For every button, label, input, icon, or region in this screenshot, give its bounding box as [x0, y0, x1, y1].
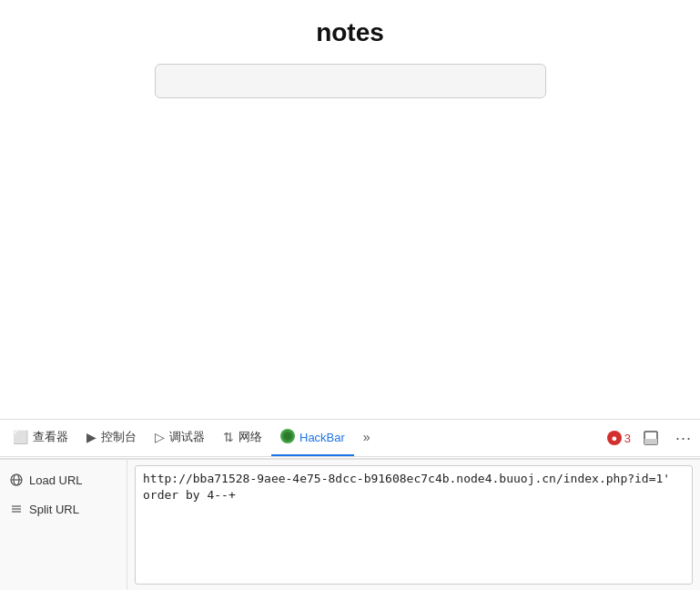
- debugger-icon: ▷: [155, 430, 165, 444]
- hackbar-url-input[interactable]: [135, 465, 693, 585]
- split-url-label: Split URL: [29, 503, 79, 516]
- hackbar-sidebar: Load URL Split URL: [0, 460, 127, 590]
- tab-debugger[interactable]: ▷ 调试器: [146, 420, 214, 456]
- devtools-right-controls: ● 3 ···: [607, 425, 696, 451]
- devtools-toolbar: ⬜ 查看器 ▶ 控制台 ▷ 调试器 ⇅ 网络 HackBar » ● 3: [0, 419, 700, 457]
- tab-debugger-label: 调试器: [169, 429, 205, 445]
- error-count: 3: [624, 432, 631, 445]
- load-url-icon: [9, 473, 24, 487]
- tab-inspector[interactable]: ⬜ 查看器: [4, 420, 77, 456]
- tab-network[interactable]: ⇅ 网络: [214, 420, 271, 456]
- main-content: notes: [0, 0, 700, 419]
- dock-icon: [644, 431, 658, 445]
- more-tabs-icon: »: [363, 430, 370, 444]
- split-url-icon: [9, 502, 24, 516]
- console-icon: ▶: [86, 430, 96, 444]
- tab-console[interactable]: ▶ 控制台: [77, 420, 146, 456]
- error-badge[interactable]: ● 3: [607, 431, 631, 445]
- more-options-button[interactable]: ···: [671, 425, 696, 451]
- hackbar-main: [127, 460, 700, 590]
- load-url-button[interactable]: Load URL: [0, 465, 127, 494]
- tab-console-label: 控制台: [101, 429, 137, 445]
- error-circle-icon: ●: [607, 431, 622, 445]
- tab-hackbar-label: HackBar: [299, 431, 345, 444]
- tab-inspector-label: 查看器: [33, 429, 68, 445]
- hackbar-panel: Load URL Split URL: [0, 458, 700, 590]
- more-tabs-button[interactable]: »: [354, 420, 380, 456]
- network-icon: ⇅: [223, 430, 234, 444]
- dock-toggle-button[interactable]: [638, 425, 664, 451]
- tab-hackbar[interactable]: HackBar: [271, 420, 354, 456]
- tab-network-label: 网络: [238, 429, 262, 445]
- page-title: notes: [316, 18, 384, 47]
- search-input[interactable]: [155, 64, 546, 98]
- svg-rect-1: [644, 439, 657, 444]
- load-url-label: Load URL: [29, 473, 83, 487]
- hackbar-globe-icon: [280, 429, 295, 446]
- inspector-icon: ⬜: [13, 430, 28, 444]
- more-options-icon: ···: [675, 429, 692, 448]
- split-url-button[interactable]: Split URL: [0, 494, 127, 524]
